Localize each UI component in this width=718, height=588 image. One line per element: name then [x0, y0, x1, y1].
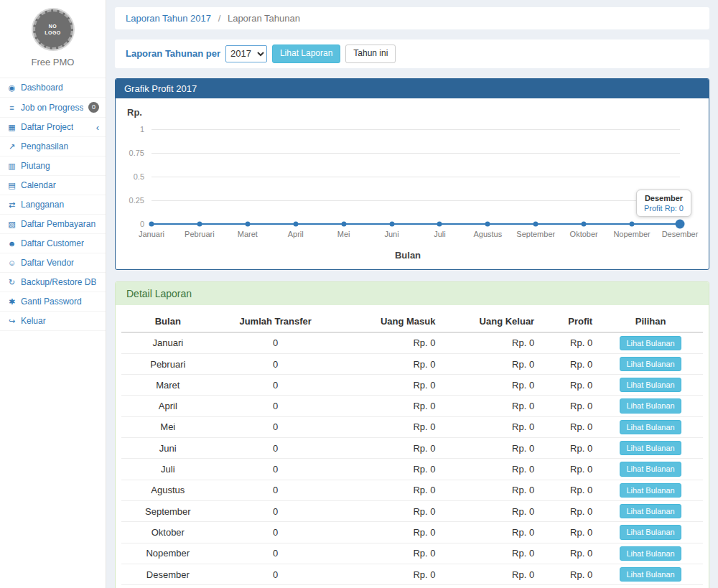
- view-month-button[interactable]: Lihat Bulanan: [620, 546, 681, 561]
- data-point-juni[interactable]: [389, 221, 394, 226]
- profit-cell: Rp. 0: [540, 564, 598, 584]
- view-month-button[interactable]: Lihat Bulanan: [620, 504, 681, 518]
- sidebar-item-label: Daftar Pembayaran: [21, 219, 95, 229]
- transfer-cell: 0: [215, 480, 337, 500]
- data-point-oktober[interactable]: [582, 221, 587, 226]
- view-month-button[interactable]: Lihat Bulanan: [620, 336, 681, 350]
- month-cell: Nopember: [121, 543, 215, 564]
- sidebar-item-calendar[interactable]: ▤Calendar: [0, 176, 106, 195]
- month-cell: Januari: [121, 332, 215, 354]
- view-month-button[interactable]: Lihat Bulanan: [620, 441, 681, 455]
- view-month-button[interactable]: Lihat Bulanan: [620, 398, 681, 413]
- logout-icon: ↪: [6, 317, 17, 326]
- data-point-juli[interactable]: [437, 221, 442, 226]
- chart-panel-title: Grafik Profit 2017: [116, 79, 709, 98]
- data-point-maret[interactable]: [245, 221, 250, 226]
- x-tick-label: Nopember: [613, 230, 650, 238]
- month-cell: Maret: [121, 375, 215, 396]
- profit-cell: Rp. 0: [540, 585, 598, 588]
- data-point-september[interactable]: [533, 221, 538, 226]
- transfer-cell: 0: [215, 543, 337, 564]
- action-cell: Lihat Bulanan: [598, 332, 703, 354]
- report-row: Desember0Rp. 0Rp. 0Rp. 0Lihat Bulanan: [121, 564, 703, 584]
- money-out-cell: Rp. 0: [441, 564, 540, 584]
- view-month-button[interactable]: Lihat Bulanan: [620, 378, 681, 392]
- breadcrumb-separator: /: [218, 13, 221, 24]
- view-month-button[interactable]: Lihat Bulanan: [620, 462, 681, 476]
- action-cell: Lihat Bulanan: [598, 543, 703, 564]
- chevron-left-icon: ‹: [96, 123, 99, 132]
- logo-text: NO LOGO: [43, 23, 63, 36]
- transfer-cell: 0: [215, 459, 337, 480]
- month-cell: Desember: [121, 564, 215, 584]
- view-month-button[interactable]: Lihat Bulanan: [620, 483, 681, 498]
- profit-cell: Rp. 0: [540, 438, 598, 459]
- sidebar-item-ganti-password[interactable]: ✱Ganti Password: [0, 292, 106, 312]
- income-chart-icon: ↗: [6, 142, 17, 151]
- payments-icon: ▧: [6, 220, 17, 229]
- sidebar-item-daftar-vendor[interactable]: ☺Daftar Vendor: [0, 253, 106, 273]
- year-select[interactable]: 2017: [225, 45, 267, 62]
- report-row: Maret0Rp. 0Rp. 0Rp. 0Lihat Bulanan: [121, 375, 703, 396]
- report-table: BulanJumlah TransferUang MasukUang Kelua…: [121, 311, 703, 588]
- data-point-april[interactable]: [293, 221, 298, 226]
- report-row: April0Rp. 0Rp. 0Rp. 0Lihat Bulanan: [121, 396, 703, 416]
- profit-chart-panel: Grafik Profit 2017 Rp. Desember Profit R…: [115, 78, 709, 270]
- column-header: Pilihan: [598, 311, 703, 332]
- money-in-cell: Rp. 0: [337, 396, 442, 416]
- vendors-icon: ☺: [6, 258, 17, 267]
- month-cell: Juni: [121, 438, 215, 459]
- sidebar-item-langganan[interactable]: ⇄Langganan: [0, 195, 106, 215]
- calendar-icon: ▤: [6, 181, 17, 190]
- project-table-icon: ▦: [6, 123, 17, 132]
- x-tick-label: Mei: [337, 230, 350, 238]
- profit-series-line: [151, 223, 680, 225]
- y-tick-label: 1: [140, 125, 144, 134]
- breadcrumb-link[interactable]: Laporan Tahun 2017: [126, 13, 211, 24]
- total-row: Total0Rp. 0Rp. 0Rp. 0: [121, 585, 703, 588]
- data-point-pebruari[interactable]: [197, 221, 202, 226]
- view-month-button[interactable]: Lihat Bulanan: [620, 567, 681, 582]
- data-point-januari[interactable]: [149, 221, 154, 226]
- transfer-cell: 0: [215, 332, 337, 354]
- y-tick-label: 0.25: [129, 196, 144, 205]
- transfer-cell: 0: [215, 500, 337, 521]
- data-point-desember[interactable]: [676, 219, 685, 228]
- sidebar-item-backup-restore-db[interactable]: ↻Backup/Restore DB: [0, 273, 106, 292]
- report-row: Oktober0Rp. 0Rp. 0Rp. 0Lihat Bulanan: [121, 522, 703, 543]
- money-out-cell: Rp. 0: [441, 396, 540, 416]
- sidebar-item-daftar-customer[interactable]: ☻Daftar Customer: [0, 234, 106, 253]
- data-point-nopember[interactable]: [630, 221, 635, 226]
- data-point-mei[interactable]: [341, 221, 346, 226]
- sidebar-item-penghasilan[interactable]: ↗Penghasilan: [0, 137, 106, 157]
- transfer-cell: 0: [215, 564, 337, 584]
- sidebar-item-daftar-project[interactable]: ▦Daftar Project‹: [0, 118, 106, 137]
- sidebar-item-label: Daftar Project: [21, 122, 73, 132]
- month-cell: Mei: [121, 416, 215, 437]
- view-month-button[interactable]: Lihat Bulanan: [620, 525, 681, 539]
- money-in-cell: Rp. 0: [337, 564, 442, 584]
- this-year-button[interactable]: Tahun ini: [345, 45, 396, 63]
- action-cell: Lihat Bulanan: [598, 522, 703, 543]
- gridline: 0.25: [151, 200, 680, 201]
- sidebar-item-piutang[interactable]: ▥Piutang: [0, 157, 106, 176]
- profit-cell: Rp. 0: [540, 522, 598, 543]
- column-header: Uang Keluar: [441, 311, 540, 332]
- action-cell: Lihat Bulanan: [598, 480, 703, 500]
- sidebar-item-keluar[interactable]: ↪Keluar: [0, 312, 106, 331]
- money-out-cell: Rp. 0: [441, 416, 540, 437]
- x-tick-label: Juli: [434, 230, 446, 238]
- subscription-icon: ⇄: [6, 200, 17, 210]
- view-month-button[interactable]: Lihat Bulanan: [620, 357, 681, 371]
- view-report-button[interactable]: Lihat Laporan: [272, 45, 340, 63]
- view-month-button[interactable]: Lihat Bulanan: [620, 420, 681, 434]
- tooltip-value: Profit Rp: 0: [644, 204, 684, 213]
- sidebar-item-daftar-pembayaran[interactable]: ▧Daftar Pembayaran: [0, 215, 106, 234]
- sidebar-item-dashboard[interactable]: ◉Dashboard: [0, 78, 106, 98]
- sidebar-item-label: Dashboard: [21, 83, 63, 93]
- sidebar-item-label: Job on Progress: [21, 103, 83, 113]
- report-filter-bar: Laporan Tahunan per 2017 Lihat Laporan T…: [115, 39, 709, 68]
- money-out-cell: Rp. 0: [441, 480, 540, 500]
- data-point-agustus[interactable]: [485, 221, 490, 226]
- sidebar-item-job-on-progress[interactable]: ≡Job on Progress0: [0, 98, 106, 118]
